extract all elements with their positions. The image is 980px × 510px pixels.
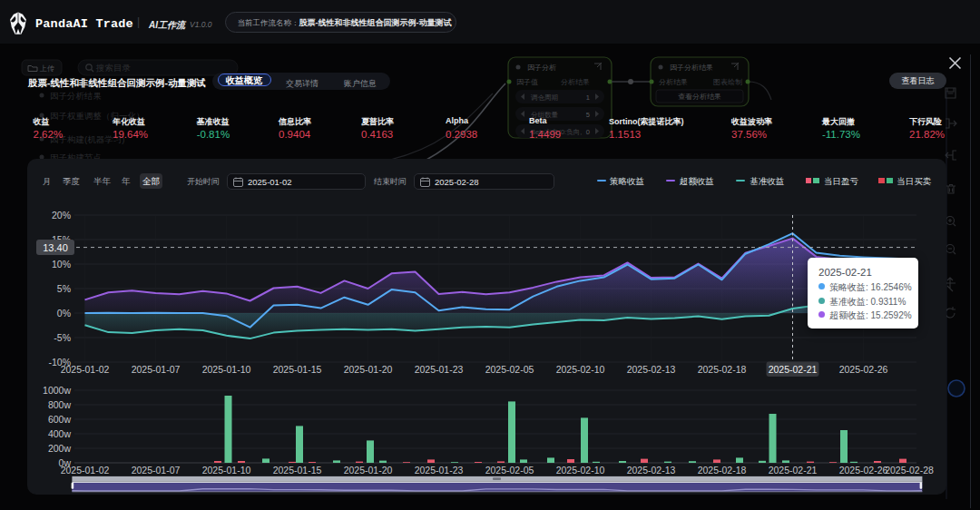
svg-text:2025-02-18: 2025-02-18 bbox=[698, 465, 747, 476]
svg-text:因子分析结果: 因子分析结果 bbox=[50, 91, 102, 101]
svg-text:2025-01-02: 2025-01-02 bbox=[61, 364, 110, 375]
svg-text:2025-01-10: 2025-01-10 bbox=[202, 465, 251, 476]
svg-text:400w: 400w bbox=[48, 428, 72, 439]
svg-text:2025-02-26: 2025-02-26 bbox=[839, 465, 888, 476]
svg-text:2025-01-20: 2025-01-20 bbox=[344, 364, 393, 375]
svg-text:-5%: -5% bbox=[54, 332, 71, 343]
svg-text:调仓周期: 调仓周期 bbox=[531, 93, 558, 102]
svg-text:分析结果: 分析结果 bbox=[659, 78, 688, 86]
svg-text:2025-02-05: 2025-02-05 bbox=[485, 364, 534, 375]
svg-text:2025-02-13: 2025-02-13 bbox=[627, 465, 676, 476]
svg-text:2025-02-13: 2025-02-13 bbox=[627, 364, 676, 375]
svg-text:2025-01-23: 2025-01-23 bbox=[415, 364, 464, 375]
svg-text:20%: 20% bbox=[52, 210, 71, 221]
svg-text:0: 0 bbox=[586, 128, 590, 136]
svg-text:搜索目录: 搜索目录 bbox=[95, 63, 132, 73]
svg-text:因子分析: 因子分析 bbox=[527, 64, 556, 72]
svg-text:0%: 0% bbox=[57, 308, 71, 319]
svg-text:因子值: 因子值 bbox=[516, 78, 538, 86]
svg-text:13.40: 13.40 bbox=[43, 242, 68, 253]
svg-text:2025-02-21: 2025-02-21 bbox=[769, 364, 818, 375]
svg-text:2025-01-10: 2025-01-10 bbox=[202, 364, 251, 375]
svg-text:图表绘制: 图表绘制 bbox=[713, 78, 742, 86]
svg-text:上传: 上传 bbox=[39, 64, 54, 73]
svg-text:10%: 10% bbox=[52, 259, 71, 270]
svg-text:2025-01-02: 2025-01-02 bbox=[61, 465, 110, 476]
svg-text:分析结果: 分析结果 bbox=[561, 78, 590, 86]
svg-text:2025-01-15: 2025-01-15 bbox=[273, 465, 322, 476]
svg-text:600w: 600w bbox=[48, 414, 72, 425]
svg-text:2025-02-21: 2025-02-21 bbox=[769, 465, 818, 476]
svg-text:2025-01-15: 2025-01-15 bbox=[273, 364, 322, 375]
svg-text:2025-01-23: 2025-01-23 bbox=[415, 465, 464, 476]
svg-text:5: 5 bbox=[586, 111, 590, 119]
svg-text:1000w: 1000w bbox=[43, 385, 71, 396]
svg-text:因子分析结果: 因子分析结果 bbox=[670, 64, 713, 72]
svg-text:2025-02-10: 2025-02-10 bbox=[556, 364, 605, 375]
svg-text:2025-02-05: 2025-02-05 bbox=[485, 465, 534, 476]
svg-text:2025-02-26: 2025-02-26 bbox=[839, 364, 888, 375]
svg-text:2025-01-20: 2025-01-20 bbox=[344, 465, 393, 476]
svg-text:2025-02-28: 2025-02-28 bbox=[885, 465, 934, 476]
svg-text:1: 1 bbox=[586, 93, 590, 102]
svg-text:2025-02-18: 2025-02-18 bbox=[698, 364, 747, 375]
svg-text:2025-01-07: 2025-01-07 bbox=[132, 364, 181, 375]
svg-text:2025-01-07: 2025-01-07 bbox=[132, 465, 181, 476]
svg-text:2025-02-10: 2025-02-10 bbox=[556, 465, 605, 476]
svg-text:800w: 800w bbox=[48, 399, 72, 410]
svg-text:5%: 5% bbox=[57, 283, 71, 294]
svg-text:查看分析结果: 查看分析结果 bbox=[678, 93, 721, 101]
svg-text:200w: 200w bbox=[48, 443, 72, 454]
